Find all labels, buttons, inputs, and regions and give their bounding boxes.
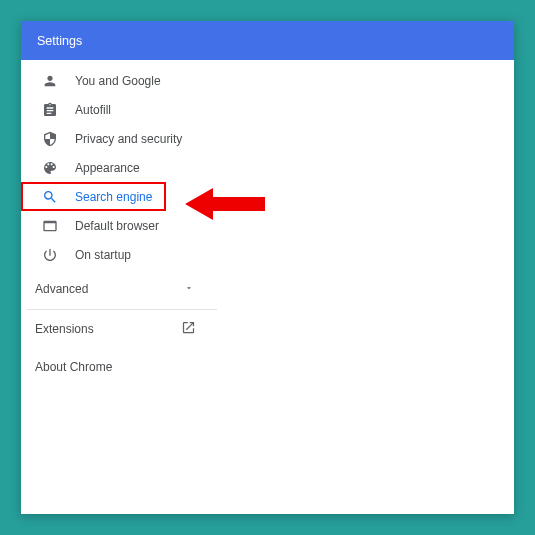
sidebar-item-label: Privacy and security — [75, 132, 182, 146]
sidebar-item-label: Autofill — [75, 103, 111, 117]
titlebar: Settings — [21, 21, 514, 60]
shield-icon — [41, 130, 59, 148]
sidebar-nav: You and Google Autofill Privacy and secu… — [21, 60, 514, 269]
sidebar-item-extensions[interactable]: Extensions — [21, 310, 216, 348]
sidebar-item-default-browser[interactable]: Default browser — [21, 211, 514, 240]
palette-icon — [41, 159, 59, 177]
sidebar-item-privacy-security[interactable]: Privacy and security — [21, 124, 514, 153]
about-label: About Chrome — [35, 360, 112, 374]
page-title: Settings — [37, 34, 82, 48]
browser-icon — [41, 217, 59, 235]
sidebar-item-autofill[interactable]: Autofill — [21, 95, 514, 124]
content: You and Google Autofill Privacy and secu… — [21, 60, 514, 514]
sidebar-item-label: Default browser — [75, 219, 159, 233]
sidebar-item-search-engine[interactable]: Search engine — [21, 182, 166, 211]
sidebar-item-appearance[interactable]: Appearance — [21, 153, 514, 182]
sidebar-item-label: You and Google — [75, 74, 161, 88]
person-icon — [41, 72, 59, 90]
assignment-icon — [41, 101, 59, 119]
advanced-label: Advanced — [35, 282, 88, 296]
sidebar-item-label: On startup — [75, 248, 131, 262]
sidebar-item-about-chrome[interactable]: About Chrome — [21, 348, 216, 386]
search-icon — [41, 188, 59, 206]
sidebar-item-you-and-google[interactable]: You and Google — [21, 66, 514, 95]
sidebar-item-label: Appearance — [75, 161, 140, 175]
extensions-label: Extensions — [35, 322, 94, 336]
sidebar-item-on-startup[interactable]: On startup — [21, 240, 514, 269]
chevron-down-icon — [184, 282, 194, 296]
power-icon — [41, 246, 59, 264]
open-in-new-icon — [181, 320, 196, 338]
settings-window: Settings You and Google Autofill Privacy — [21, 21, 514, 514]
sidebar-item-label: Search engine — [75, 190, 152, 204]
advanced-toggle[interactable]: Advanced — [21, 269, 216, 309]
